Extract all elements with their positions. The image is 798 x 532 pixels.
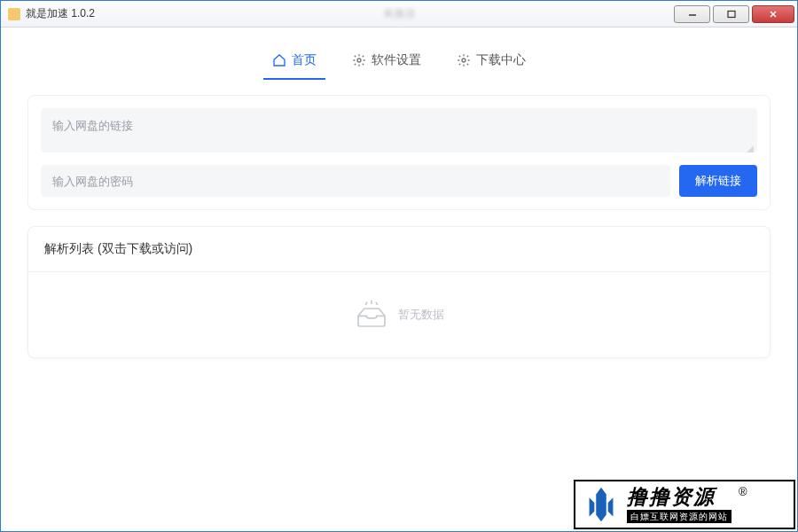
password-row: 解析链接 <box>41 165 757 197</box>
tab-download-label: 下载中心 <box>476 52 526 68</box>
tab-home-label: 首页 <box>292 52 317 68</box>
registered-mark: ® <box>739 485 747 498</box>
app-window: 就是加速 1.0.2 未激活 首页 <box>0 0 798 532</box>
minimize-icon <box>687 10 698 19</box>
maximize-icon <box>726 10 737 19</box>
watermark-logo-icon <box>581 484 622 525</box>
tab-settings-label: 软件设置 <box>372 52 421 68</box>
gear-icon <box>457 53 471 67</box>
tab-settings[interactable]: 软件设置 <box>347 49 426 79</box>
svg-line-6 <box>365 302 367 305</box>
close-button[interactable] <box>752 5 794 23</box>
home-icon <box>272 53 286 67</box>
input-card: 解析链接 <box>27 95 771 210</box>
tab-bar: 首页 软件设置 下载中心 <box>1 27 797 79</box>
empty-state: 暂无数据 <box>28 272 770 357</box>
password-input[interactable] <box>41 165 670 197</box>
link-input[interactable] <box>41 108 757 153</box>
tab-download-center[interactable]: 下载中心 <box>451 49 531 79</box>
titlebar-center-blurred: 未激活 <box>383 6 415 21</box>
svg-rect-1 <box>728 11 735 17</box>
close-icon <box>768 10 778 19</box>
window-title: 就是加速 1.0.2 <box>26 6 95 21</box>
svg-line-8 <box>376 302 378 305</box>
svg-point-4 <box>357 59 361 62</box>
window-controls <box>674 1 797 27</box>
tab-home[interactable]: 首页 <box>267 49 322 79</box>
watermark-text: 撸撸资源 白嫖互联网资源的网站 <box>627 486 732 523</box>
watermark-subtitle: 白嫖互联网资源的网站 <box>627 510 732 523</box>
titlebar: 就是加速 1.0.2 未激活 <box>1 1 797 27</box>
maximize-button[interactable] <box>713 5 749 23</box>
watermark-badge: 撸撸资源 白嫖互联网资源的网站 ® <box>574 480 795 529</box>
resize-handle-icon[interactable] <box>747 145 754 153</box>
minimize-button[interactable] <box>674 5 710 23</box>
svg-point-5 <box>462 59 466 62</box>
link-input-wrap <box>41 108 757 156</box>
watermark-title: 撸撸资源 <box>627 486 732 508</box>
app-icon <box>8 8 20 20</box>
parse-button[interactable]: 解析链接 <box>679 165 757 197</box>
inbox-empty-icon <box>354 300 389 330</box>
gear-icon <box>352 53 366 67</box>
content-area: 首页 软件设置 下载中心 解析链接 <box>1 27 797 531</box>
empty-text: 暂无数据 <box>398 307 444 323</box>
result-card: 解析列表 (双击下载或访问) 暂无数据 <box>27 226 771 358</box>
result-header: 解析列表 (双击下载或访问) <box>28 227 770 272</box>
